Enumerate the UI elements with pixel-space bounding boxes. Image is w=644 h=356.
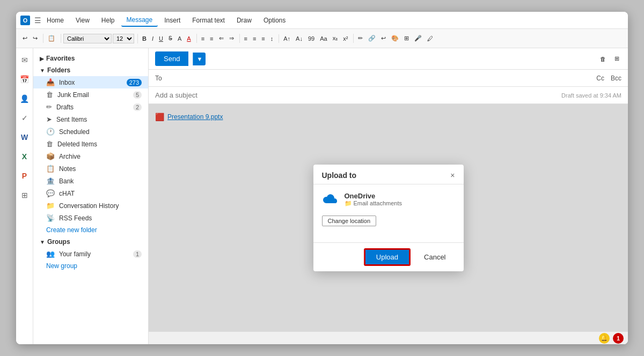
icon-bar-people[interactable]: 👤	[17, 91, 32, 106]
highlight-button[interactable]: A	[175, 34, 184, 43]
favorites-section[interactable]: ▶ Favorites	[33, 53, 148, 64]
align-left-button[interactable]: ≡	[242, 34, 250, 43]
conversation-icon: 📁	[46, 202, 55, 210]
upload-button[interactable]: Upload	[364, 248, 411, 266]
new-group[interactable]: New group	[33, 260, 148, 272]
bold-button[interactable]: B	[140, 34, 149, 43]
conversation-label: Conversation History	[59, 202, 142, 210]
change-location-button[interactable]: Change location	[322, 216, 377, 226]
sidebar-item-drafts[interactable]: ✏ Drafts 2	[33, 101, 148, 113]
onedrive-row: OneDrive 📁 Email attachments	[322, 192, 455, 209]
sidebar-item-bank[interactable]: 🏦 Bank	[33, 175, 148, 187]
sidebar-item-your-family[interactable]: 👥 Your family 1	[33, 248, 148, 260]
pen-button[interactable]: 🖊	[425, 34, 435, 43]
discard-button[interactable]: 🗑	[598, 54, 608, 63]
sidebar-item-deleted[interactable]: 🗑 Deleted Items	[33, 138, 148, 150]
underline-button[interactable]: U	[157, 34, 165, 43]
icon-bar-powerpoint[interactable]: P	[17, 168, 32, 183]
indent-decrease-button[interactable]: ⇐	[217, 34, 226, 43]
sidebar-item-archive[interactable]: 📦 Archive	[33, 150, 148, 162]
redo-button[interactable]: ↪	[31, 34, 40, 43]
sidebar-item-scheduled[interactable]: 🕐 Scheduled	[33, 125, 148, 138]
line-spacing-button[interactable]: ↕	[268, 34, 276, 43]
family-count: 1	[133, 250, 142, 258]
cc-label[interactable]: Cc	[596, 75, 604, 82]
onedrive-name: OneDrive	[345, 192, 402, 200]
change-case-button[interactable]: Aa	[318, 34, 329, 43]
font-size-shrink-button[interactable]: A↓	[294, 34, 305, 43]
undo-button[interactable]: ↩	[20, 34, 30, 43]
hamburger-icon[interactable]: ☰	[34, 16, 41, 25]
menu-message[interactable]: Message	[121, 14, 158, 27]
subject-row: Draft saved at 9:34 AM	[149, 87, 628, 104]
indent-increase-button[interactable]: ⇒	[227, 34, 236, 43]
compose-toolbar-right: 🗑 ⊞	[598, 54, 621, 63]
modal-close-button[interactable]: ×	[450, 171, 455, 180]
modal-header: Upload to ×	[313, 165, 464, 184]
sidebar-item-inbox[interactable]: 📥 Inbox 273	[33, 76, 148, 88]
groups-arrow-icon: ▼	[40, 239, 45, 245]
format-button[interactable]: ↩	[379, 34, 388, 43]
quotes-button[interactable]: 99	[306, 34, 317, 43]
icon-bar-mail[interactable]: ✉	[17, 53, 32, 68]
groups-section[interactable]: ▼ Groups	[33, 236, 148, 248]
grid-button[interactable]: ⊞	[402, 34, 411, 43]
icon-bar-excel[interactable]: X	[17, 149, 32, 164]
send-dropdown-button[interactable]: ▼	[193, 53, 206, 65]
menu-help[interactable]: Help	[96, 14, 120, 26]
subscript-button[interactable]: x₂	[331, 34, 340, 43]
sidebar-item-conversation-history[interactable]: 📁 Conversation History	[33, 199, 148, 212]
folders-section[interactable]: ▼ Folders	[33, 64, 148, 76]
font-size-grow-button[interactable]: A↑	[281, 34, 292, 43]
draft-saved-status: Draft saved at 9:34 AM	[561, 92, 621, 99]
sidebar-item-sent[interactable]: ➤ Sent Items	[33, 113, 148, 125]
numbering-button[interactable]: ≡	[208, 34, 215, 43]
bullets-button[interactable]: ≡	[199, 34, 207, 43]
menu-draw[interactable]: Draw	[231, 14, 257, 26]
onedrive-sub: 📁 Email attachments	[345, 200, 402, 207]
send-button[interactable]: Send	[155, 51, 188, 66]
align-center-button[interactable]: ≡	[251, 34, 258, 43]
onedrive-cloud-icon	[322, 193, 339, 209]
italic-button[interactable]: I	[150, 34, 156, 43]
sidebar-item-junk[interactable]: 🗑 Junk Email 5	[33, 88, 148, 101]
font-color-button[interactable]: A	[185, 34, 193, 43]
icon-bar-word[interactable]: W	[17, 130, 32, 145]
outlook-logo-icon: O	[20, 16, 30, 25]
bell-icon[interactable]: 🔔	[599, 333, 610, 344]
dictate-button[interactable]: 🎤	[412, 34, 424, 43]
scheduled-label: Scheduled	[59, 128, 142, 136]
font-size-select[interactable]: 12	[113, 34, 134, 43]
bank-icon: 🏦	[46, 177, 55, 185]
sidebar-item-rss-feeds[interactable]: 📡 RSS Feeds	[33, 212, 148, 224]
subject-input[interactable]	[155, 87, 561, 103]
sidebar-item-chat[interactable]: 💬 cHAT	[33, 187, 148, 199]
more-options-button[interactable]: ⊞	[612, 54, 621, 63]
icon-bar-check[interactable]: ✓	[17, 110, 32, 125]
menu-view[interactable]: View	[70, 14, 95, 26]
menu-options[interactable]: Options	[258, 14, 291, 26]
strikethrough-button[interactable]: S̶	[166, 34, 174, 43]
icon-bar-apps[interactable]: ⊞	[17, 188, 32, 203]
main-area: ✉ 📅 👤 ✓ W X P ⊞ ▶ Favorites ▼ Folders 📥 …	[16, 48, 628, 344]
draw-button[interactable]: ✏	[356, 34, 365, 43]
menu-format-text[interactable]: Format text	[187, 14, 230, 26]
menu-home[interactable]: Home	[41, 14, 69, 26]
to-input[interactable]	[173, 74, 590, 82]
font-select[interactable]: Calibri	[63, 34, 112, 43]
menu-insert[interactable]: Insert	[159, 14, 186, 26]
link-button[interactable]: 🔗	[366, 34, 378, 43]
icon-bar-calendar[interactable]: 📅	[17, 72, 32, 87]
sent-icon: ➤	[46, 115, 52, 123]
cancel-button[interactable]: Cancel	[415, 249, 455, 265]
compose-body[interactable]: 🟥 Presentation 9.pptx Upload to ×	[149, 104, 628, 331]
create-new-folder[interactable]: Create new folder	[33, 224, 148, 236]
superscript-button[interactable]: x²	[341, 34, 350, 43]
sidebar-item-notes[interactable]: 📋 Notes	[33, 162, 148, 175]
align-right-button[interactable]: ≡	[259, 34, 267, 43]
bcc-label[interactable]: Bcc	[611, 75, 621, 82]
clipboard-button[interactable]: 📋	[46, 34, 57, 43]
to-label: To	[155, 75, 169, 82]
color-palette-button[interactable]: 🎨	[389, 34, 401, 43]
drafts-label: Drafts	[56, 103, 133, 111]
